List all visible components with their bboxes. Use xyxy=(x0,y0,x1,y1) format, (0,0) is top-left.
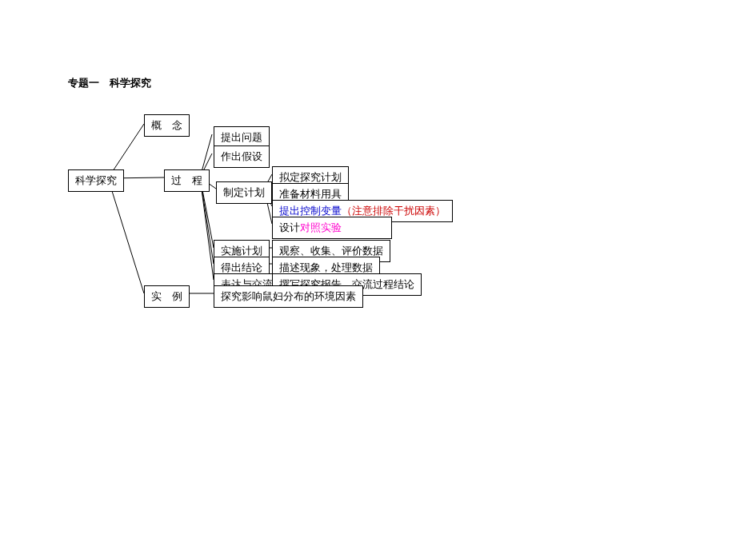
node-process: 过 程 xyxy=(164,169,210,192)
diagram-title: 专题一 科学探究 xyxy=(68,76,151,90)
node-example-detail: 探究影响鼠妇分布的环境因素 xyxy=(214,285,363,308)
node-root: 科学探究 xyxy=(68,169,124,192)
node-concept: 概 念 xyxy=(144,114,190,137)
node-make-hypothesis: 作出假设 xyxy=(214,145,270,168)
node-example: 实 例 xyxy=(144,285,190,308)
control-variable-main: 提出控制变量 xyxy=(279,205,342,217)
svg-line-2 xyxy=(108,178,144,293)
svg-line-8 xyxy=(200,177,214,280)
node-design-control: 设计对照实验 xyxy=(272,217,392,239)
design-prefix: 设计 xyxy=(279,221,300,233)
design-highlight: 对照实验 xyxy=(300,221,342,233)
control-variable-note: （注意排除干扰因素） xyxy=(342,205,446,217)
node-make-plan: 制定计划 xyxy=(216,181,272,204)
